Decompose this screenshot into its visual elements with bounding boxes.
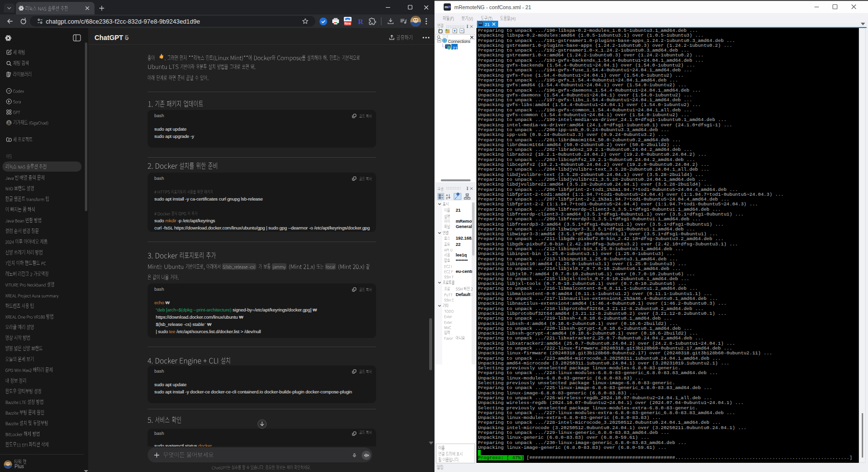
svg-text:Z: Z	[446, 196, 448, 200]
svg-text:New: New	[344, 22, 351, 25]
svg-text:R: R	[358, 18, 364, 26]
